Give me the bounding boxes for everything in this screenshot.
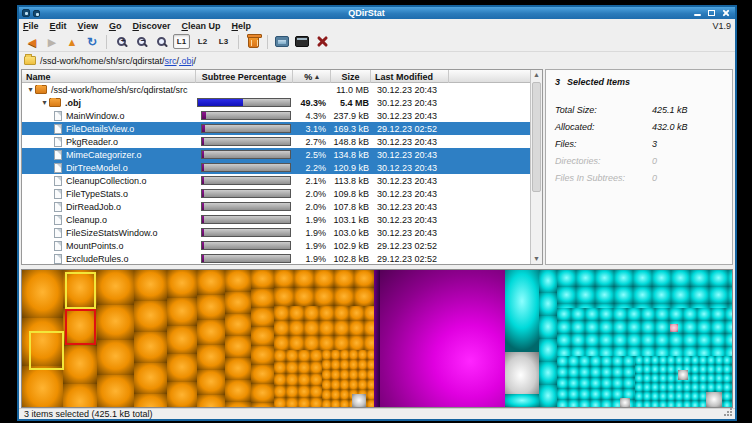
menubar: FileEditViewGoDiscoverClean UpHelp V1.9	[19, 19, 735, 32]
expand-arrow-icon[interactable]: ▾	[26, 85, 35, 94]
treemap-orange-tiles[interactable]	[274, 270, 374, 306]
treemap-pink-tile[interactable]	[670, 324, 678, 332]
titlebar[interactable]: QDirStat	[19, 7, 735, 19]
field-label: Files In Subtrees:	[555, 173, 652, 183]
treemap-orange-tiles[interactable]	[251, 270, 274, 408]
treemap-orange-tiles[interactable]	[97, 270, 134, 408]
percent-bar	[201, 202, 291, 211]
treemap-orange-tiles[interactable]	[225, 270, 251, 408]
treemap-gray-tile[interactable]	[706, 392, 722, 408]
table-row[interactable]: ExcludeRules.o1.9%102.8 kB29.12.23 02:52	[22, 252, 530, 265]
table-row[interactable]: FileTypeStats.o2.0%109.8 kB30.12.23 20:4…	[22, 187, 530, 200]
table-row[interactable]: MainWindow.o4.3%237.9 kB30.12.23 20:43	[22, 109, 530, 122]
table-row[interactable]: ▾.obj49.3%5.4 MB30.12.23 20:43	[22, 96, 530, 109]
treemap-gray-tile[interactable]	[352, 394, 366, 408]
header-name[interactable]: Name	[22, 70, 196, 83]
expand-arrow-icon[interactable]: ▾	[40, 98, 49, 107]
menu-view[interactable]: View	[78, 21, 98, 31]
header-size[interactable]: Size	[331, 70, 371, 83]
level-1-button[interactable]: L1	[173, 34, 190, 49]
folder-icon	[24, 56, 36, 65]
treemap-orange-tiles[interactable]	[134, 270, 167, 408]
header-last-modified[interactable]: Last Modified	[371, 70, 449, 83]
forward-button[interactable]: ▶	[44, 34, 60, 50]
treemap-orange-tiles[interactable]	[322, 350, 374, 408]
back-button[interactable]: ◀	[24, 34, 40, 50]
pin-icon[interactable]	[33, 10, 40, 17]
table-row[interactable]: FileSizeStatsWindow.o1.9%103.0 kB30.12.2…	[22, 226, 530, 239]
treemap-magenta-block[interactable]	[380, 270, 505, 408]
file-icon	[54, 137, 62, 147]
treemap-orange-tiles[interactable]	[197, 270, 225, 408]
file-icon	[54, 176, 62, 186]
minimize-button[interactable]	[692, 8, 704, 18]
close-button[interactable]	[720, 8, 732, 18]
modified-value: 30.12.23 20:43	[371, 137, 530, 147]
resize-grip-icon[interactable]	[724, 408, 733, 417]
zoom-in-button[interactable]: +	[113, 34, 129, 50]
table-row[interactable]: DirTreeModel.o2.2%120.9 kB30.12.23 20:43	[22, 161, 530, 174]
delete-button[interactable]	[314, 34, 330, 50]
level-2-button[interactable]: L2	[194, 34, 211, 49]
treemap-orange-tiles[interactable]	[167, 270, 197, 408]
menu-help[interactable]: Help	[231, 21, 251, 31]
magnifier-minus-icon: −	[137, 37, 146, 46]
up-button[interactable]: ▲	[64, 34, 80, 50]
app-icon[interactable]	[22, 9, 30, 17]
treemap-cyan-tall-block[interactable]	[505, 270, 539, 352]
header-subtree-percentage[interactable]: Subtree Percentage	[196, 70, 293, 83]
menu-edit[interactable]: Edit	[50, 21, 67, 31]
table-row[interactable]: MountPoints.o1.9%102.9 kB29.12.23 02:52	[22, 239, 530, 252]
treemap-cyan-tiles[interactable]	[539, 270, 557, 408]
menu-go[interactable]: Go	[109, 21, 122, 31]
scrollbar-thumb[interactable]	[532, 82, 541, 192]
table-row[interactable]: Cleanup.o1.9%103.1 kB30.12.23 20:43	[22, 213, 530, 226]
menu-clean-up[interactable]: Clean Up	[181, 21, 220, 31]
table-row[interactable]: DirReadJob.o2.0%107.8 kB30.12.23 20:43	[22, 200, 530, 213]
scroll-down-icon[interactable]: ▼	[533, 254, 540, 264]
treemap-gray-block[interactable]	[505, 352, 539, 394]
reload-button[interactable]: ↻	[84, 34, 100, 50]
table-row[interactable]: PkgReader.o2.7%148.8 kB30.12.23 20:43	[22, 135, 530, 148]
level-3-button[interactable]: L3	[215, 34, 232, 49]
move-to-trash-button[interactable]	[245, 34, 261, 50]
terminal-button[interactable]	[294, 34, 310, 50]
breadcrumb-link-src[interactable]: src	[165, 56, 177, 66]
percent-bar	[197, 98, 291, 107]
breadcrumb-link-obj[interactable]: .obj	[179, 56, 194, 66]
percent-value: 3.1%	[293, 124, 331, 134]
tree-scrollbar[interactable]: ▲ ▼	[530, 70, 542, 264]
menu-file[interactable]: File	[23, 21, 39, 31]
treemap-gray-tile[interactable]	[678, 370, 688, 380]
treemap-gray-tile[interactable]	[620, 398, 630, 408]
status-text: 3 items selected (425.1 kB total)	[24, 409, 153, 419]
treemap-view[interactable]	[21, 269, 733, 408]
file-icon	[54, 124, 62, 134]
item-name: FileTypeStats.o	[66, 189, 128, 199]
sort-indicator: ▴	[315, 73, 319, 81]
treemap-cyan-tiles[interactable]	[557, 270, 732, 308]
maximize-button[interactable]	[706, 8, 718, 18]
scroll-up-icon[interactable]: ▲	[533, 70, 540, 80]
details-title: 3Selected Items	[555, 77, 723, 87]
statusbar: 3 items selected (425.1 kB total)	[19, 408, 735, 419]
table-row[interactable]: CleanupCollection.o2.1%113.8 kB30.12.23 …	[22, 174, 530, 187]
breadcrumb-text: /ssd-work/home/sh/src/qdirstat/	[40, 56, 165, 66]
percent-bar	[201, 176, 291, 185]
treemap-orange-tiles[interactable]	[274, 350, 322, 408]
table-row[interactable]: MimeCategorizer.o2.5%134.8 kB30.12.23 20…	[22, 148, 530, 161]
table-row[interactable]: FileDetailsView.o3.1%169.3 kB29.12.23 02…	[22, 122, 530, 135]
header-percent[interactable]: %▴	[293, 70, 331, 83]
treemap-cyan-tiles[interactable]	[557, 308, 732, 356]
zoom-out-button[interactable]: −	[133, 34, 149, 50]
size-value: 237.9 kB	[331, 111, 371, 121]
treemap-cyan-tiles[interactable]	[505, 394, 539, 408]
table-row[interactable]: ▾/ssd-work/home/sh/src/qdirstat/src11.0 …	[22, 83, 530, 96]
menu-discover[interactable]: Discover	[132, 21, 170, 31]
treemap-orange-tiles[interactable]	[274, 306, 374, 350]
field-value: 3	[652, 139, 657, 149]
percent-bar	[201, 163, 291, 172]
file-manager-button[interactable]	[274, 34, 290, 50]
search-button[interactable]	[153, 34, 169, 50]
percent-bar	[201, 215, 291, 224]
